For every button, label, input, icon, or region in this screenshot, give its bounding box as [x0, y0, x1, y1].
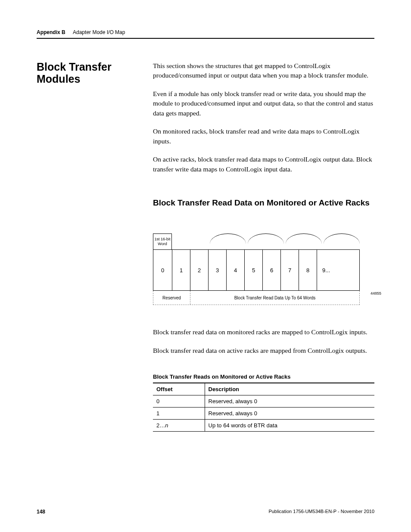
- cell-4: 4: [227, 250, 245, 290]
- cell-offset: 2…n: [153, 420, 205, 432]
- offset-cells: 0 1 2 3 4 5 6 7 8 9...: [153, 249, 360, 291]
- col-description: Description: [205, 383, 374, 395]
- arc-shape: [248, 233, 284, 244]
- cell-desc: Reserved, always 0: [205, 395, 374, 408]
- arc-shape: [286, 233, 322, 244]
- intro-paragraph-2: Even if a module has only block transfer…: [153, 89, 374, 118]
- table-row: 0 Reserved, always 0: [153, 395, 374, 408]
- arc-shape: [324, 233, 360, 244]
- cell-2: 2: [190, 250, 209, 290]
- cell-0: 0: [153, 250, 172, 290]
- page-footer: 148 Publication 1756-UM534B-EN-P - Novem…: [37, 509, 374, 515]
- btr-table: Offset Description 0 Reserved, always 0 …: [153, 383, 374, 432]
- diagram-bottom-labels: Reserved Block Transfer Read Data Up To …: [153, 291, 360, 305]
- figure-id: 44855: [371, 291, 381, 296]
- col-offset: Offset: [153, 383, 205, 395]
- subsection-title: Block Transfer Read Data on Monitored or…: [153, 198, 374, 208]
- page-header: Appendix B Adapter Mode I/O Map: [37, 29, 374, 39]
- cell-8: 8: [299, 250, 317, 290]
- table-title: Block Transfer Reads on Monitored or Act…: [153, 373, 374, 380]
- cell-offset: 1: [153, 408, 205, 420]
- table-row: 2…n Up to 64 words of BTR data: [153, 420, 374, 432]
- intro-paragraph-3: On monitored racks, block transfer read …: [153, 127, 374, 146]
- cell-9: 9...: [317, 250, 335, 290]
- table-row: 1 Reserved, always 0: [153, 408, 374, 420]
- cell-desc: Up to 64 words of BTR data: [205, 420, 374, 432]
- page-number: 148: [37, 509, 45, 515]
- reserved-label: Reserved: [153, 291, 190, 305]
- cell-desc: Reserved, always 0: [205, 408, 374, 420]
- cell-1: 1: [172, 250, 190, 290]
- arc-shape: [210, 233, 246, 244]
- intro-paragraph-4: On active racks, block transfer read dat…: [153, 155, 374, 174]
- btr-data-label: Block Transfer Read Data Up To 64 Words: [190, 291, 359, 305]
- after-diagram-p1: Block transfer read data on monitored ra…: [153, 327, 374, 337]
- intro-paragraph-1: This section shows the structures that g…: [153, 61, 374, 81]
- cell-5: 5: [245, 250, 263, 290]
- after-diagram-p2: Block transfer read data on active racks…: [153, 346, 374, 355]
- first-word-label: 1st 16-bit Word: [153, 233, 172, 250]
- header-subtitle: Adapter Mode I/O Map: [73, 29, 125, 35]
- block-transfer-diagram: 1st 16-bit Word 0 1 2 3 4 5 6: [153, 233, 360, 305]
- appendix-label: Appendix B: [37, 29, 65, 35]
- cell-6: 6: [263, 250, 281, 290]
- cell-3: 3: [209, 250, 227, 290]
- byte-pair-arcs: [210, 233, 360, 250]
- cell-7: 7: [281, 250, 299, 290]
- cell-offset: 0: [153, 395, 205, 408]
- section-title: Block Transfer Modules: [37, 61, 136, 85]
- publication-info: Publication 1756-UM534B-EN-P - November …: [268, 509, 374, 515]
